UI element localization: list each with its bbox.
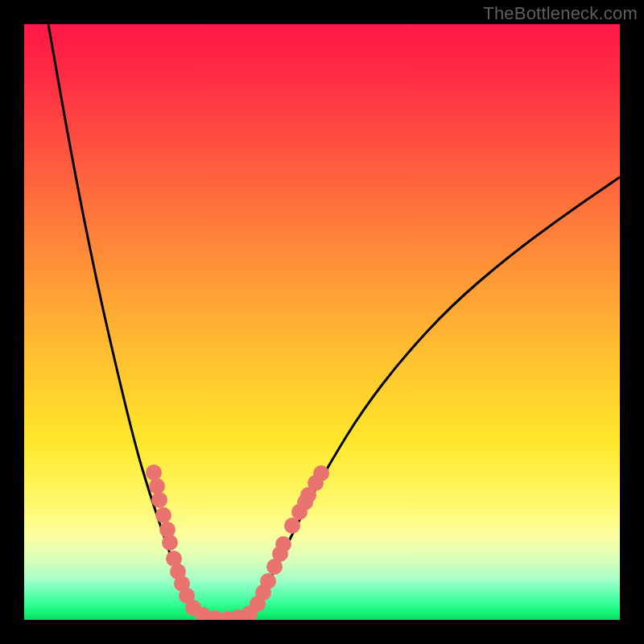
right-ascending-curve xyxy=(248,177,620,615)
cluster-dot xyxy=(313,465,329,481)
gradient-plot-area xyxy=(24,24,620,620)
cluster-dot xyxy=(284,518,300,534)
cluster-dot xyxy=(260,573,276,589)
cluster-dot xyxy=(149,478,165,494)
cluster-dot xyxy=(146,464,162,481)
chart-frame: TheBottleneck.com xyxy=(0,0,644,644)
cluster-dot xyxy=(275,536,291,552)
curve-svg xyxy=(24,24,620,620)
cluster-dot xyxy=(162,535,178,551)
cluster-dots-group xyxy=(146,464,329,620)
cluster-dot xyxy=(151,492,167,508)
watermark-text: TheBottleneck.com xyxy=(483,3,638,24)
left-descending-curve xyxy=(48,24,201,615)
cluster-dot xyxy=(155,507,171,523)
